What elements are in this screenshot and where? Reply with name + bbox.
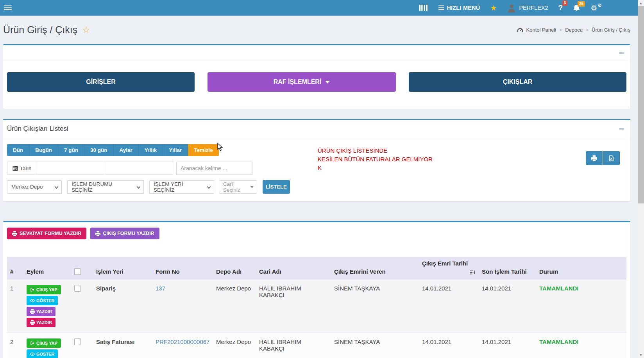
col-depot[interactable]: Depo Adı — [213, 257, 256, 280]
shipment-form-print-button[interactable]: SEVKİYAT FORMU YAZDIR — [7, 228, 86, 239]
yazdir-pink-button[interactable]: YAZDIR — [27, 318, 55, 327]
date-start-input[interactable] — [37, 162, 105, 175]
star-icon: ★ — [490, 4, 497, 12]
row-issuer: SİNEM TAŞKAYA — [331, 333, 419, 358]
status-badge: TAMAMLANDI — [539, 285, 579, 292]
printer-icon — [30, 320, 35, 325]
col-last-date[interactable]: Son İşlem Tarihi — [479, 257, 536, 280]
collapse-minus-icon[interactable] — [619, 52, 624, 54]
breadcrumb-current: Ürün Giriş / Çıkış — [592, 27, 630, 33]
cari-select-placeholder: Cari Seçiniz — [223, 181, 247, 193]
scroll-up-arrow[interactable]: ▲ — [638, 0, 644, 6]
filter-today-button[interactable]: Bugün — [29, 144, 58, 156]
col-cari[interactable]: Cari Adı — [256, 257, 331, 280]
warehouse-select-value: Merkez Depo — [11, 184, 43, 190]
place-select[interactable]: İŞLEM YERİ SEÇİNİZ — [149, 180, 214, 194]
yazdir-purple-button[interactable]: YAZDIR — [27, 307, 55, 316]
date-filter-row: Tarih — [7, 162, 626, 175]
status-select[interactable]: İŞLEM DURUMU SEÇİNİZ — [67, 180, 144, 194]
help-badge: 3 — [562, 0, 568, 6]
printer-icon — [95, 231, 100, 236]
date-end-input[interactable] — [105, 162, 173, 175]
row-last-date: 14.01.2021 — [479, 280, 536, 333]
filter-yearly-button[interactable]: Yıllık — [139, 144, 163, 156]
dashboard-icon — [517, 27, 523, 33]
cari-select[interactable]: Cari Seçiniz — [219, 180, 257, 194]
printer-icon — [30, 309, 35, 314]
results-panel: SEVKİYAT FORMU YAZDIR ÇIKIŞ FORMU YAZDIR… — [3, 221, 630, 358]
notifications-button[interactable]: 25 — [573, 4, 580, 12]
barcode-button[interactable] — [419, 5, 428, 11]
breadcrumb-home[interactable]: Kontol Paneli — [526, 27, 556, 33]
row-depot: Merkez Depo — [213, 280, 256, 333]
col-issuer[interactable]: Çıkış Emrini Veren — [331, 257, 419, 280]
girisler-button[interactable]: GİRİŞLER — [7, 72, 195, 92]
search-input[interactable] — [176, 162, 252, 175]
row-actions: ÇIKIŞ YAP GÖSTER YAZDIR — [27, 285, 68, 327]
list-export-buttons — [586, 151, 620, 165]
quick-menu-button[interactable]: HIZLI MENÜ — [438, 5, 480, 11]
date-filter-group: Dün Bugün 7 gün 30 gün Aylar Yıllık Yıll… — [7, 144, 219, 156]
collapse-minus-icon[interactable] — [619, 128, 624, 130]
actions-panel: GİRİŞLER RAF İŞLEMLERİ ÇIKIŞLAR — [3, 44, 630, 109]
filter-years-button[interactable]: Yıllar — [163, 144, 188, 156]
warning-note-line: K — [318, 164, 433, 172]
col-order-date[interactable]: Çıkış Emri Tarihi — [419, 257, 479, 280]
filter-yesterday-button[interactable]: Dün — [7, 144, 29, 156]
favorite-page-star-icon[interactable]: ☆ — [82, 25, 90, 35]
filter-clear-button[interactable]: Temizle — [188, 144, 219, 156]
export-excel-button[interactable] — [603, 151, 620, 165]
username-label: PERFLEX2 — [519, 5, 548, 11]
status-select-value: İŞLEM DURUMU SEÇİNİZ — [72, 181, 133, 193]
breadcrumb-section[interactable]: Depocu — [565, 27, 583, 33]
eye-icon — [30, 298, 35, 303]
scrollbar-thumb[interactable] — [638, 6, 644, 203]
row-place: Satış Faturası — [93, 333, 152, 358]
breadcrumb-separator: > — [559, 27, 562, 33]
col-place[interactable]: İşlem Yeri — [93, 257, 152, 280]
cikis-yap-button[interactable]: ÇIKIŞ YAP — [27, 338, 61, 348]
sidebar-toggle-button[interactable] — [4, 5, 12, 10]
raf-islemleri-button[interactable]: RAF İŞLEMLERİ — [208, 72, 396, 92]
filter-30days-button[interactable]: 30 gün — [84, 144, 114, 156]
cikis-yap-label: ÇIKIŞ YAP — [36, 341, 57, 346]
form-no-link[interactable]: 137 — [156, 285, 165, 292]
settings-button[interactable]: ⚙ ⚙ — [590, 4, 602, 12]
row-last-date: 14.01.2021 — [479, 333, 536, 358]
filter-7days-button[interactable]: 7 gün — [58, 144, 84, 156]
favorites-button[interactable]: ★ — [490, 4, 497, 12]
col-form-no[interactable]: Form No — [152, 257, 213, 280]
print-list-button[interactable] — [586, 151, 603, 165]
row-place: Sipariş — [93, 280, 152, 333]
row-cari: HALIL IBRAHIM KABAKÇI — [256, 280, 331, 333]
help-button[interactable]: ? 3 — [558, 4, 563, 12]
row-checkbox[interactable] — [74, 285, 81, 292]
yazdir-label: YAZDIR — [36, 320, 52, 325]
user-menu[interactable]: PERFLEX2 — [507, 3, 548, 12]
chevron-down-icon — [207, 185, 211, 189]
row-index: 1 — [7, 280, 23, 333]
warning-note: ÜRÜN ÇIKIŞ LİSTESİNDE KESİLEN BÜTÜN FATU… — [318, 146, 433, 172]
row-cari: HALIL IBRAHIM KABAKÇI — [256, 333, 331, 358]
yazdir-label: YAZDIR — [36, 309, 52, 314]
exit-form-print-button[interactable]: ÇIKIŞ FORMU YAZDIR — [90, 228, 159, 239]
cikislar-button[interactable]: ÇIKIŞLAR — [409, 72, 626, 92]
goster-label: GÖSTER — [36, 352, 54, 356]
row-checkbox[interactable] — [74, 338, 81, 345]
scroll-down-arrow[interactable]: ▼ — [638, 352, 644, 358]
gear-icon: ⚙ — [590, 4, 597, 12]
col-status[interactable]: Durum — [536, 257, 626, 280]
select-all-checkbox[interactable] — [74, 268, 81, 275]
date-range-group: Tarih — [7, 162, 173, 175]
cikis-yap-button[interactable]: ÇIKIŞ YAP — [27, 285, 61, 294]
filter-months-button[interactable]: Aylar — [114, 144, 139, 156]
exit-list-panel: Ürün Çıkışları Listesi Dün Bugün 7 gün 3… — [3, 119, 630, 201]
listele-button[interactable]: LİSTELE — [263, 180, 290, 194]
form-no-link[interactable]: PRF2021000000067 — [156, 338, 209, 345]
goster-button[interactable]: GÖSTER — [27, 296, 58, 305]
sort-desc-icon[interactable] — [470, 270, 476, 275]
warehouse-select[interactable]: Merkez Depo — [7, 180, 62, 194]
goster-button[interactable]: GÖSTER — [27, 349, 58, 358]
vertical-scrollbar[interactable]: ▲ ▼ — [638, 0, 644, 358]
exit-icon — [30, 341, 35, 346]
